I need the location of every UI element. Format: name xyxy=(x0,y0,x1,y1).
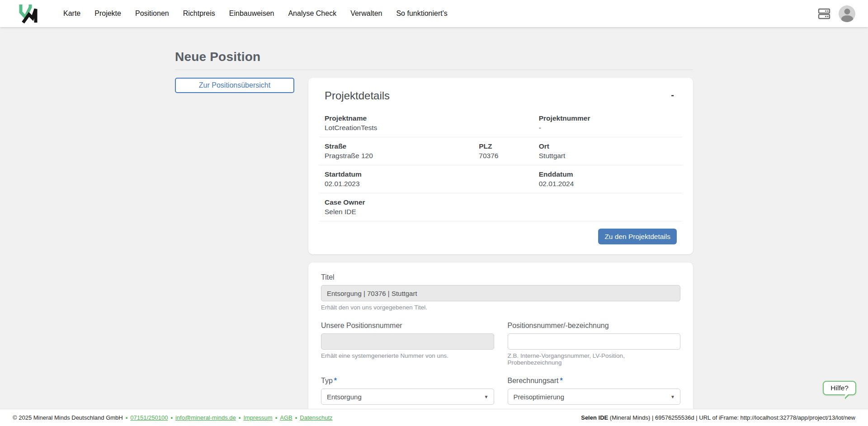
copyright-text: © 2025 Mineral Minds Deutschland GmbH xyxy=(13,414,123,421)
enddatum-value: 02.01.2024 xyxy=(539,179,677,188)
nav-item-projekte[interactable]: Projekte xyxy=(94,9,121,18)
go-to-project-details-button[interactable]: Zu den Projektdetails xyxy=(598,229,677,244)
ort-label: Ort xyxy=(539,141,677,151)
project-card-title: Projektdetails xyxy=(325,89,390,102)
enddatum-label: Enddatum xyxy=(539,169,677,179)
footer-separator: • xyxy=(170,414,173,421)
berechnungsart-select[interactable]: Preisoptimierung ▼ xyxy=(508,389,681,405)
case-owner-label: Case Owner xyxy=(325,197,677,207)
title-divider xyxy=(175,70,693,70)
footer-link-datenschutz[interactable]: Datenschutz xyxy=(300,414,332,421)
startdatum-label: Startdatum xyxy=(325,169,528,179)
footer-link-phone[interactable]: 07151/250100 xyxy=(130,414,168,421)
berechnungsart-select-value: Preisoptimierung xyxy=(514,393,565,401)
projektnummer-label: Projektnummer xyxy=(539,113,677,123)
typ-select-value: Entsorgung xyxy=(327,393,362,401)
back-to-positions-button[interactable]: Zur Positionsübersicht xyxy=(175,78,294,93)
table-row: Case Owner Selen IDE xyxy=(319,193,682,221)
unsere-positionsnummer-label: Unsere Positionsnummer xyxy=(321,322,494,330)
avatar-head-shape xyxy=(844,9,850,14)
footer-link-email[interactable]: info@mineral-minds.de xyxy=(175,414,236,421)
page-title: Neue Position xyxy=(175,50,693,64)
positionsnummer-helper-text: Z.B. Interne-Vorgangsnummer, LV-Position… xyxy=(508,352,681,366)
footer-separator: • xyxy=(126,414,128,421)
table-row: Startdatum 02.01.2023 Enddatum 02.01.202… xyxy=(319,165,682,193)
typ-select[interactable]: Entsorgung ▼ xyxy=(321,389,494,405)
session-info: Selen IDE (Mineral Minds) | 69576255536d… xyxy=(581,414,855,421)
positionsnummer-label: Positionsnummer/-bezeichnung xyxy=(508,322,681,330)
help-button[interactable]: Hilfe? xyxy=(823,381,856,395)
collapse-minus-icon[interactable]: - xyxy=(668,89,677,100)
nav-item-karte[interactable]: Karte xyxy=(63,9,80,18)
chevron-down-icon: ▼ xyxy=(484,394,489,399)
user-avatar-icon[interactable] xyxy=(839,5,855,22)
footer-link-agb[interactable]: AGB xyxy=(280,414,292,421)
main-menu: Karte Projekte Positionen Richtpreis Ein… xyxy=(63,9,448,18)
nav-item-analyse-check[interactable]: Analyse Check xyxy=(288,9,336,18)
projektname-label: Projektname xyxy=(325,113,528,123)
session-info-text: (Mineral Minds) | 69576255536d | URL of … xyxy=(608,414,855,421)
nav-item-richtpreis[interactable]: Richtpreis xyxy=(183,9,215,18)
titel-label: Titel xyxy=(321,273,680,281)
footer-separator: • xyxy=(239,414,241,421)
titel-helper-text: Erhält den von uns vorgegebenen Titel. xyxy=(321,304,680,311)
titel-input[interactable] xyxy=(321,285,680,301)
chevron-down-icon: ▼ xyxy=(670,394,675,399)
server-icon[interactable] xyxy=(817,6,831,21)
strasse-label: Straße xyxy=(325,141,468,151)
mineral-minds-logo[interactable] xyxy=(17,3,41,24)
new-position-form-card: Titel Erhält den von uns vorgegebenen Ti… xyxy=(308,262,693,426)
unsere-positionsnummer-helper-text: Erhält eine systemgenerierte Nummer von … xyxy=(321,352,494,359)
strasse-value: Pragstraße 120 xyxy=(325,151,468,160)
ort-value: Stuttgart xyxy=(539,151,677,160)
typ-label: Typ* xyxy=(321,377,494,385)
project-details-card: Projektdetails - Projektname LotCreation… xyxy=(308,78,693,254)
footer: © 2025 Mineral Minds Deutschland GmbH • … xyxy=(0,409,868,426)
plz-value: 70376 xyxy=(479,151,528,160)
main-content: Neue Position Zur Positionsübersicht Pro… xyxy=(175,27,693,426)
session-user-name: Selen IDE xyxy=(581,414,608,421)
nav-item-so-funktionierts[interactable]: So funktioniert's xyxy=(396,9,447,18)
nav-item-verwalten[interactable]: Verwalten xyxy=(350,9,382,18)
unsere-positionsnummer-input[interactable] xyxy=(321,333,494,350)
nav-item-positionen[interactable]: Positionen xyxy=(135,9,169,18)
nav-right-icons xyxy=(817,5,855,22)
footer-separator: • xyxy=(275,414,278,421)
right-column: Projektdetails - Projektname LotCreation… xyxy=(308,78,693,426)
required-asterisk: * xyxy=(334,377,337,384)
startdatum-value: 02.01.2023 xyxy=(325,179,528,188)
avatar-body-shape xyxy=(841,15,853,22)
berechnungsart-label: Berechnungsart* xyxy=(508,377,681,385)
case-owner-value: Selen IDE xyxy=(325,207,677,216)
footer-link-impressum[interactable]: Impressum xyxy=(243,414,272,421)
required-asterisk: * xyxy=(560,377,562,384)
plz-label: PLZ xyxy=(479,141,528,151)
nav-item-einbauweisen[interactable]: Einbauweisen xyxy=(229,9,274,18)
table-row: Straße Pragstraße 120 PLZ 70376 Ort Stut… xyxy=(319,137,682,165)
table-row: Projektname LotCreationTests Projektnumm… xyxy=(319,109,682,137)
left-column: Zur Positionsübersicht xyxy=(175,78,294,93)
positionsnummer-input[interactable] xyxy=(508,333,681,350)
projektnummer-value: - xyxy=(539,123,677,132)
top-navigation-bar: Karte Projekte Positionen Richtpreis Ein… xyxy=(0,0,868,27)
footer-separator: • xyxy=(295,414,297,421)
projektname-value: LotCreationTests xyxy=(325,123,528,132)
